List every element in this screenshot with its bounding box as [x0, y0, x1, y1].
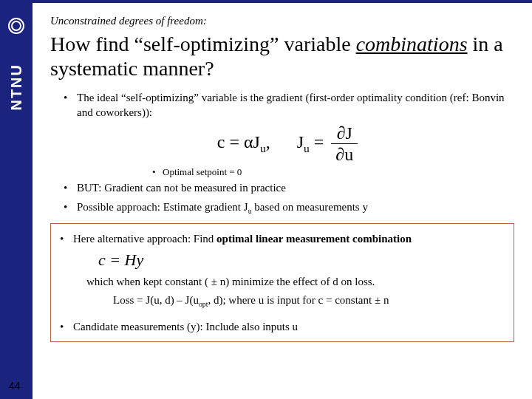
- sub-bullet-1: • Optimal setpoint = 0: [152, 166, 514, 178]
- bullet-3-text: Possible approach: Estimate gradient Ju …: [77, 200, 514, 216]
- bullet-dot-icon: •: [64, 181, 77, 196]
- highlight-box: • Here alternative approach: Find optima…: [50, 223, 514, 342]
- eq1-sep: ,: [266, 132, 270, 151]
- box-bullet-1-text: Here alternative approach: Find optimal …: [73, 231, 412, 246]
- slide-content: Unconstrained degrees of freedom: How fi…: [33, 3, 532, 399]
- title-part-a: How find “self-optimizing” variable: [50, 33, 356, 55]
- bullet-dot-icon: •: [64, 91, 77, 106]
- box-bullet-1: • Here alternative approach: Find optima…: [60, 231, 505, 246]
- bullet-dot-icon: •: [152, 166, 163, 178]
- page-number: 44: [9, 380, 21, 392]
- box-bullet-2-text: Candidate measurements (y): Include also…: [73, 319, 298, 334]
- bullet-2: • BUT: Gradient can not be measured in p…: [64, 181, 514, 196]
- title-combinations: combinations: [356, 33, 468, 55]
- bullet-list: • The ideal “self-optimizing” variable i…: [64, 91, 514, 216]
- bullet-dot-icon: •: [60, 231, 73, 246]
- equation-c-hy: c = Hy: [98, 250, 505, 270]
- ntnu-logo-mark-icon: [8, 18, 24, 34]
- bullet-1: • The ideal “self-optimizing” variable i…: [64, 91, 514, 120]
- slide: NTNU Unconstrained degrees of freedom: H…: [0, 0, 532, 399]
- bullet-2-text: BUT: Gradient can not be measured in pra…: [77, 181, 514, 196]
- ntnu-logo-text: NTNU: [8, 64, 25, 111]
- sub-bullet-1-text: Optimal setpoint = 0: [163, 166, 242, 178]
- bullet-1-text: The ideal “self-optimizing” variable is …: [77, 91, 514, 120]
- eq1-rhs: Ju = ∂J∂u: [297, 132, 361, 151]
- box-line-1: which when kept constant ( ± n) minimize…: [86, 274, 505, 289]
- slide-title: How find “self-optimizing” variable comb…: [50, 32, 514, 81]
- box-line-2: Loss = J(u, d) – J(uopt, d); where u is …: [113, 293, 505, 309]
- bullet-dot-icon: •: [64, 200, 77, 215]
- bullet-3: • Possible approach: Estimate gradient J…: [64, 200, 514, 216]
- pretitle: Unconstrained degrees of freedom:: [50, 15, 514, 27]
- eq1-lhs: c = αJu: [217, 132, 266, 151]
- ntnu-sidebar: NTNU: [0, 3, 33, 399]
- bullet-dot-icon: •: [60, 319, 73, 334]
- equation-gradient: c = αJu, Ju = ∂J∂u: [64, 124, 514, 163]
- box-bullet-2: • Candidate measurements (y): Include al…: [60, 319, 505, 334]
